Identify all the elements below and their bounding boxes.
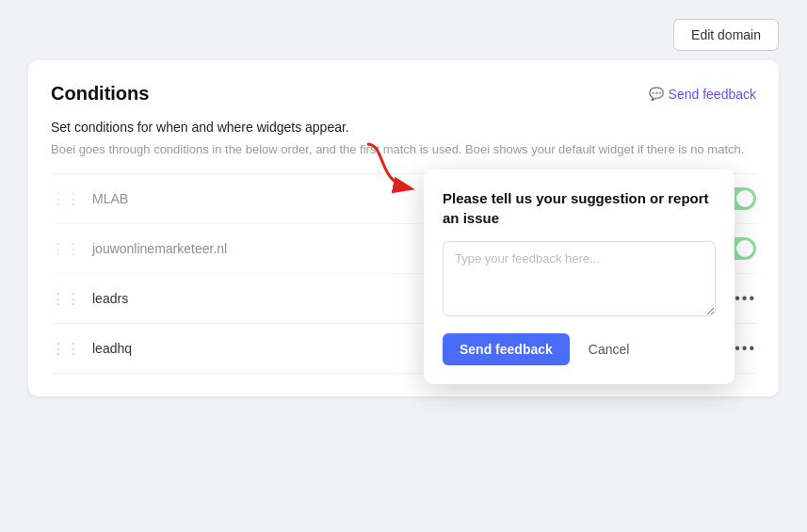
drag-icon[interactable]: ⋮⋮: [51, 190, 81, 208]
toggle-knob: [736, 240, 753, 257]
edit-domain-button[interactable]: Edit domain: [673, 19, 779, 51]
toggle-knob: [736, 190, 753, 207]
popup-heading: Please tell us your suggestion or report…: [443, 188, 716, 228]
drag-icon[interactable]: ⋮⋮: [51, 340, 81, 358]
drag-icon[interactable]: ⋮⋮: [51, 240, 81, 258]
card-desc-secondary: Boei goes through conditions in the belo…: [51, 142, 756, 156]
card-title: Conditions: [51, 83, 149, 105]
drag-icon[interactable]: ⋮⋮: [51, 290, 81, 308]
send-feedback-label: Send feedback: [669, 87, 756, 102]
send-feedback-link[interactable]: 💬 Send feedback: [649, 87, 756, 102]
cancel-button[interactable]: Cancel: [579, 333, 639, 365]
more-options-button[interactable]: •••: [734, 290, 756, 307]
card-desc-primary: Set conditions for when and where widget…: [51, 120, 756, 135]
feedback-textarea[interactable]: [443, 241, 716, 316]
send-feedback-button[interactable]: Send feedback: [443, 333, 570, 365]
card-header: Conditions 💬 Send feedback: [51, 83, 756, 105]
top-bar: Edit domain: [0, 0, 807, 60]
popup-actions: Send feedback Cancel: [443, 333, 716, 365]
chat-icon: 💬: [649, 87, 664, 101]
more-options-button[interactable]: •••: [734, 340, 756, 357]
feedback-popup: Please tell us your suggestion or report…: [424, 169, 734, 384]
